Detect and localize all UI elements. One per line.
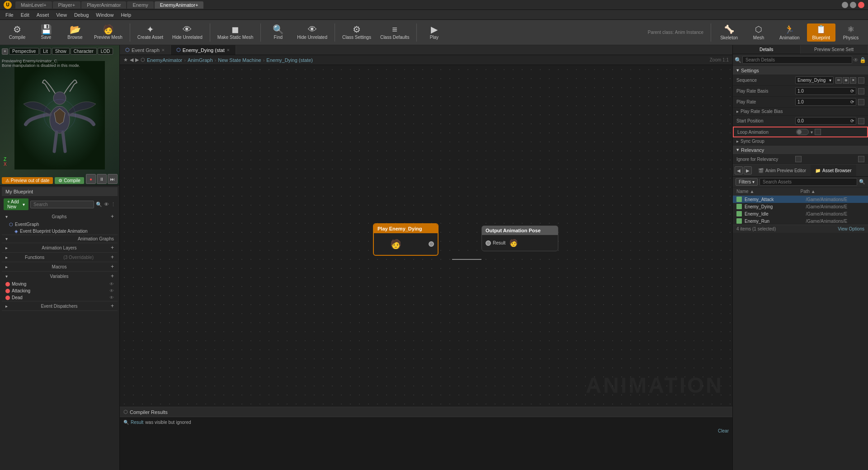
macros-section-header[interactable]: ▸ Macros + [2,262,118,271]
play-rate-basis-checkbox[interactable] [858,88,864,94]
toggle-track[interactable] [796,129,809,135]
lod-button[interactable]: LOD [98,48,113,55]
output-node-input-connector[interactable] [486,240,491,246]
variables-add-button[interactable]: + [111,273,114,279]
anim-layers-add-button[interactable]: + [111,244,114,251]
compile-status-button[interactable]: ⚙ Compile [55,177,84,184]
breadcrumb-state-machine[interactable]: New State Machine [218,57,261,63]
menu-help[interactable]: Help [117,11,135,19]
maximize-button[interactable] [850,2,856,8]
variable-attacking[interactable]: Attacking 👁 [2,287,118,294]
asset-forward-button[interactable]: ▶ [744,166,752,174]
asset-row-dying[interactable]: Enemy_Dying /Game/Animations/E [733,203,868,210]
sequence-checkbox[interactable] [858,77,864,84]
nav-forward-button[interactable]: ▶ [135,57,139,63]
details-search-input[interactable] [742,56,852,64]
browse-button[interactable]: 📂 Browse [61,22,89,43]
play-rate-input[interactable]: 1.0 ⟳ [795,98,856,106]
character-button[interactable]: Character [71,48,97,55]
details-tab[interactable]: Details [733,45,801,54]
class-settings-button[interactable]: ⚙ Class Settings [339,22,375,43]
preview-out-of-date-button[interactable]: ⚠ Preview out of date [2,177,53,184]
ignore-relevancy-checkbox2[interactable] [858,156,864,162]
sequence-edit-button[interactable]: ✏ [835,77,842,84]
filters-button[interactable]: Filters ▾ [736,178,758,186]
asset-row-attack[interactable]: Enemy_Attack /Game/Animations/E [733,196,868,203]
output-node[interactable]: Output Animation Pose Result 🧑 [481,226,558,251]
enemy-dying-close[interactable]: ✕ [226,48,230,52]
asset-browser-tab[interactable]: 📁 Asset Browser [811,164,856,176]
animation-tab[interactable]: 🏃 Animation [774,24,805,42]
variable-dead[interactable]: Dead 👁 [2,294,118,301]
save-button[interactable]: 💾 Save [33,22,60,43]
menu-asset[interactable]: Asset [33,11,53,19]
tab-playeranimator[interactable]: PlayerAnimator [81,1,126,9]
skeleton-tab[interactable]: 🦴 Skeleton [715,24,743,42]
graph-canvas[interactable]: Play Enemy_Dying 🧑 Output Animation Pose… [120,65,732,407]
settings-section-header[interactable]: ▾ Settings [733,66,868,75]
sequence-clear-button[interactable]: ✕ [850,77,856,84]
blueprint-search-input[interactable] [30,201,94,208]
tab-enemyanimator[interactable]: EnemyAnimator+ [155,1,204,9]
menu-view[interactable]: View [52,11,71,19]
compile-button[interactable]: ⚙ Compile [4,22,31,43]
start-position-checkbox[interactable] [858,118,864,124]
event-dispatchers-add-button[interactable]: + [111,303,114,309]
step-button[interactable]: ⏭ [108,174,118,184]
graphs-add-button[interactable]: + [111,213,114,220]
physics-tab[interactable]: ⚛ Physics [837,24,864,42]
col-name-header[interactable]: Name ▲ [736,189,801,194]
relevancy-section-header[interactable]: ▾ Relevancy [733,146,868,155]
pause-button[interactable]: ⏸ [97,174,107,184]
breadcrumb-enemy-animator[interactable]: EnemyAnimator [147,57,182,63]
animation-graphs-header[interactable]: ▾ Animation Graphs [2,235,118,243]
hide-unrelated2-button[interactable]: 👁 Hide Unrelated [293,22,331,43]
menu-edit[interactable]: Edit [17,11,33,19]
show-button[interactable]: Show [52,48,70,55]
breadcrumb-anim-graph[interactable]: AnimGraph [188,57,213,63]
event-dispatchers-header[interactable]: ▸ Event Dispatchers + [2,301,118,310]
play-node[interactable]: Play Enemy_Dying 🧑 [373,223,439,256]
play-rate-basis-input[interactable]: 1.0 ⟳ [795,87,856,95]
play-rate-checkbox[interactable] [858,99,864,105]
anim-preview-tab[interactable]: 🎬 Anim Preview Editor [754,164,811,176]
event-graph-close[interactable]: ✕ [161,48,165,52]
graphs-section-header[interactable]: ▾ Graphs + [2,212,118,221]
breadcrumb-enemy-dying[interactable]: Enemy_Dying (state) [266,57,313,63]
event-graph-tab[interactable]: ⬡ Event Graph ✕ [120,45,171,55]
asset-back-button[interactable]: ◀ [735,166,743,174]
result-link[interactable]: Result [131,420,143,425]
start-position-input[interactable]: 0.0 ⟳ [795,117,856,125]
view-options[interactable]: View Options [838,226,864,231]
ignore-relevancy-checkbox[interactable] [795,156,802,162]
tab-enemy[interactable]: Enemy [127,1,153,9]
tab-mainlevel[interactable]: MainLevel+ [15,1,52,9]
close-button[interactable] [858,2,864,8]
nav-back-button[interactable]: ◀ [130,57,133,63]
event-graph-item[interactable]: ⬡ EventGraph [2,221,118,228]
event-blueprint-item[interactable]: ◈ Event Blueprint Update Animation [2,228,118,235]
minimize-button[interactable] [842,2,848,8]
functions-add-button[interactable]: + [111,254,114,260]
asset-search-input[interactable] [760,178,857,186]
create-asset-button[interactable]: ✦ Create Asset [134,22,167,43]
play-button[interactable]: ▶ Play [420,22,448,43]
sequence-dropdown[interactable]: Enemy_Dying ▾ [795,76,834,84]
add-new-button[interactable]: + Add New ▾ [4,198,28,210]
perspective-button[interactable]: Perspective [9,48,39,55]
loop-animation-toggle[interactable]: ▾ [796,129,813,135]
make-static-mesh-button[interactable]: ◼ Make Static Mesh [214,22,257,43]
menu-window[interactable]: Window [92,11,117,19]
preview-scene-tab[interactable]: Preview Scene Sett [801,45,868,54]
menu-debug[interactable]: Debug [71,11,92,19]
lit-button[interactable]: Lit [40,48,51,55]
variables-section-header[interactable]: ▾ Variables + [2,272,118,281]
hide-unrelated-button[interactable]: 👁 Hide Unrelated [169,22,206,43]
preview-mesh-button[interactable]: 🧑 Preview Mesh [90,22,126,43]
macros-add-button[interactable]: + [111,263,114,270]
variable-moving[interactable]: Moving 👁 [2,281,118,287]
class-defaults-button[interactable]: ≡ Class Defaults [377,22,413,43]
loop-animation-checkbox[interactable] [815,129,821,135]
asset-row-idle[interactable]: Enemy_Idle /Game/Animations/E [733,210,868,217]
enemy-dying-tab[interactable]: ⬡ Enemy_Dying (stat ✕ [171,45,236,55]
